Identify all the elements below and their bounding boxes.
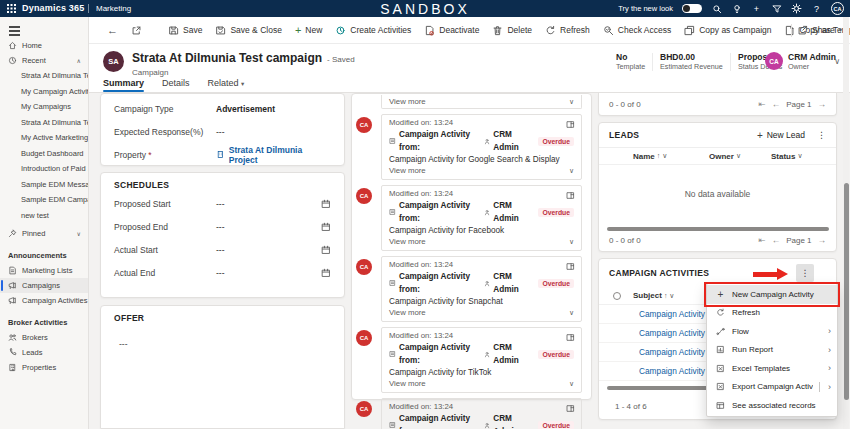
sidebar-item-home[interactable]: Home [0, 38, 88, 53]
new-button[interactable]: +New [295, 25, 322, 35]
expected-response-value[interactable]: --- [216, 127, 331, 137]
recent-item[interactable]: Strata At Dilmunia Te... [0, 115, 88, 131]
chevron-down-icon[interactable]: ∨ [569, 307, 574, 318]
sidebar-item-recent[interactable]: Recent ∧ [0, 53, 88, 68]
recent-item[interactable]: My Campaigns [0, 99, 88, 115]
col-header-name[interactable]: Name↑ ∨ [633, 152, 709, 161]
first-page-icon[interactable]: ⇤ [759, 235, 766, 245]
tab-details[interactable]: Details [162, 78, 190, 92]
open-record-icon[interactable] [566, 191, 575, 200]
offer-value[interactable]: --- [101, 325, 344, 363]
view-more-link[interactable]: View more [389, 308, 426, 317]
chevron-down-icon[interactable]: ∨ [569, 236, 574, 247]
first-page-icon[interactable]: ⇤ [759, 99, 766, 109]
sidebar-item-pinned[interactable]: Pinned ∨ [0, 226, 88, 241]
view-more-link[interactable]: View more [389, 166, 426, 175]
chevron-down-icon[interactable]: ∨ [569, 98, 574, 106]
sidebar-item-properties[interactable]: Properties [0, 360, 88, 375]
deactivate-button[interactable]: Deactivate [424, 25, 479, 36]
view-more-link[interactable]: View more [389, 237, 426, 246]
menu-item-run-report[interactable]: Run Report › [707, 341, 837, 360]
new-look-toggle[interactable] [682, 4, 702, 13]
create-activities-button[interactable]: Create Activities [335, 25, 411, 36]
prev-page-icon[interactable]: ← [772, 99, 781, 109]
search-icon[interactable] [711, 3, 722, 14]
check-access-button[interactable]: Check Access [603, 25, 671, 36]
view-more-link[interactable]: View more [389, 97, 426, 106]
col-header-owner[interactable]: Owner∨ [709, 152, 771, 161]
save-button[interactable]: Save [168, 25, 202, 36]
recent-item[interactable]: Strata At Dilmunia Te... [0, 68, 88, 84]
sidebar-item-leads[interactable]: Leads [0, 345, 88, 360]
record-count: 0 - 0 of 0 [609, 236, 641, 245]
popout-button[interactable] [131, 25, 142, 36]
menu-item-flow[interactable]: Flow › [707, 322, 837, 341]
calendar-icon[interactable] [321, 245, 331, 255]
next-page-icon[interactable]: → [818, 235, 827, 245]
sidebar-item-campaign-activities[interactable]: Campaign Activities [0, 293, 88, 308]
timeline-entry-box[interactable]: Modified on: 13:24 Campaign Activity fro… [381, 114, 582, 180]
col-header-subject[interactable]: Subject↑ ∨ [633, 291, 674, 300]
tab-related[interactable]: Related ▾ [208, 78, 245, 92]
menu-icon[interactable] [9, 26, 20, 28]
recent-item[interactable]: Sample EDM Message [0, 177, 88, 193]
vertical-scrollbar-thumb[interactable] [844, 183, 849, 400]
chevron-down-icon[interactable]: ∨ [834, 57, 840, 66]
sidebar-item-brokers[interactable]: Brokers [0, 330, 88, 345]
tab-summary[interactable]: Summary [103, 78, 144, 92]
col-header-status[interactable]: Status∨ [771, 152, 803, 161]
campaign-type-value[interactable]: Advertisement [216, 104, 331, 114]
recent-item[interactable]: Sample EDM Campai... [0, 192, 88, 208]
timeline-entry-box[interactable]: Modified on: 13:24 Campaign Activity fro… [381, 398, 582, 429]
campaign-activities-more-button[interactable]: ⋮ [796, 264, 814, 282]
open-record-icon[interactable] [566, 404, 575, 413]
horizontal-scrollbar[interactable] [607, 386, 721, 390]
calendar-icon[interactable] [321, 268, 331, 278]
help-icon[interactable]: ? [811, 3, 822, 14]
activity-from-label: Campaign Activity from: [399, 270, 481, 296]
chevron-down-icon[interactable]: ∨ [77, 230, 81, 237]
share-button[interactable]: Share▾ [797, 25, 842, 36]
gear-icon[interactable] [791, 3, 802, 14]
menu-item-refresh[interactable]: Refresh [707, 304, 837, 323]
open-record-icon[interactable] [566, 262, 575, 271]
leads-more-icon[interactable]: ⋮ [817, 130, 826, 140]
calendar-icon[interactable] [321, 222, 331, 232]
open-record-icon[interactable] [566, 120, 575, 129]
account-avatar[interactable]: CA [831, 2, 844, 15]
new-lead-button[interactable]: +New Lead [757, 130, 805, 141]
sidebar-item-campaigns[interactable]: Campaigns [0, 278, 88, 293]
recent-item[interactable]: My Active Marketing... [0, 130, 88, 146]
chevron-down-icon[interactable]: ∨ [569, 165, 574, 176]
calendar-icon[interactable] [321, 199, 331, 209]
plus-icon[interactable]: + [751, 3, 762, 14]
timeline-entry-box[interactable]: Modified on: 13:24 Campaign Activity fro… [381, 327, 582, 393]
menu-item-see-associated-records[interactable]: See associated records [707, 396, 837, 415]
back-button[interactable]: ← [107, 24, 118, 36]
view-more-link[interactable]: View more [389, 379, 426, 388]
recent-item[interactable]: Budget Dashboard [0, 146, 88, 162]
sidebar-item-marketing-lists[interactable]: Marketing Lists [0, 263, 88, 278]
recent-item[interactable]: Introduction of Paid ... [0, 161, 88, 177]
timeline-entry-box[interactable]: Modified on: 13:24 Campaign Activity fro… [381, 256, 582, 322]
menu-item-new-campaign-activity[interactable]: + New Campaign Activity [707, 285, 837, 304]
select-all-radio[interactable] [613, 292, 621, 300]
property-link[interactable]: Strata At Dilmunia Project [229, 145, 331, 165]
chevron-down-icon[interactable]: ∨ [569, 378, 574, 389]
lightbulb-icon[interactable] [731, 3, 742, 14]
chevron-up-icon[interactable]: ∧ [77, 57, 81, 64]
owner-link[interactable]: CRM Admin [788, 52, 836, 62]
delete-button[interactable]: Delete [492, 25, 532, 36]
recent-item[interactable]: new test [0, 208, 88, 224]
open-record-icon[interactable] [566, 333, 575, 342]
filter-icon[interactable] [771, 3, 782, 14]
menu-item-excel-templates[interactable]: Excel Templates › [707, 359, 837, 378]
save-close-button[interactable]: Save & Close [215, 25, 282, 36]
timeline-entry-box[interactable]: Modified on: 13:24 Campaign Activity fro… [381, 185, 582, 251]
copy-as-campaign-button[interactable]: Copy as Campaign [684, 25, 771, 36]
prev-page-icon[interactable]: ← [772, 235, 781, 245]
recent-item[interactable]: My Campaign Activit... [0, 84, 88, 100]
next-page-icon[interactable]: → [818, 99, 827, 109]
menu-item-export-campaign-activities[interactable]: Export Campaign Activities › [707, 378, 837, 397]
refresh-button[interactable]: Refresh [545, 25, 590, 36]
